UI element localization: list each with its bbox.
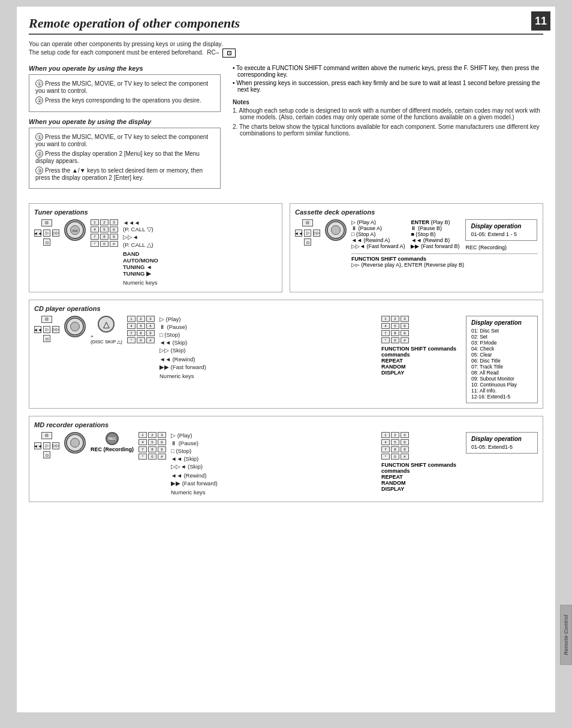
when-display-step3: ③Press the ▲/▼ keys to select desired it… — [35, 167, 214, 181]
cd-key-play: ▷ — [43, 326, 50, 333]
tuner-key-play: ▷ — [43, 229, 50, 237]
md-key-sub: ⊡ — [43, 451, 50, 458]
md-func-commands-label: commands — [381, 468, 456, 474]
tuner-title: Tuner operations — [34, 209, 277, 216]
md-pause: ⏸ (Pause) — [171, 440, 372, 446]
cassette-pause-b: ⏸ (Pause B) — [411, 225, 459, 231]
md-display-box: Display operation 01-05: Extend1-5 — [466, 432, 538, 454]
md-rewind: ◄◄ (Rewind) — [171, 472, 372, 479]
cassette-display-box: Display operation 01-05: Extend 1 - 5 — [465, 219, 537, 241]
tuner-pcall-up: (P. CALL △) — [123, 241, 277, 248]
cd-display: DISPLAY — [381, 370, 456, 376]
cassette-dial — [325, 219, 347, 241]
tuner-dial: dial — [64, 219, 86, 241]
tuner-next-btn: ▷▷◄ — [123, 234, 277, 240]
main-instructions: When you operate by using the keys ①Pres… — [29, 65, 543, 195]
tuner-key-skip-back: ⊟ — [41, 219, 52, 226]
tuner-section: Tuner operations ⊟ ◄◄ ▷ ▷▷ ⊡ — [29, 203, 282, 292]
cassette-rec: REC (Recording) — [465, 244, 537, 250]
rc-label: RC– — [207, 49, 219, 56]
cassette-b-controls: ENTER (Play B) ⏸ (Pause B) ■ (Stop B) ◄◄… — [411, 219, 459, 250]
cd-key-next: ▷▷ — [52, 326, 59, 333]
cassette-keys-group: ⊟ ◄◄ ▷ ▷▷ ⊡ — [295, 219, 320, 246]
md-stop: □ (Stop) — [171, 448, 372, 454]
page-title: Remote operation of other components — [29, 16, 543, 35]
md-display-cmd: DISPLAY — [381, 486, 456, 492]
cassette-rew-a: ◄◄ (Rewind A) — [351, 237, 405, 243]
cd-key-sub: ⊡ — [43, 335, 50, 342]
md-numeric-secondary: 123 456 789 *0# FUNCTION SHIFT commands … — [381, 432, 456, 492]
svg-text:dial: dial — [73, 229, 78, 232]
note2: 2. The charts below show the typical fun… — [233, 123, 543, 137]
cassette-stop-b: ■ (Stop B) — [411, 231, 459, 237]
cd-func-commands-label: commands — [381, 352, 456, 358]
cassette-rec-display: Display operation 01-05: Extend 1 - 5 RE… — [465, 219, 537, 250]
svg-point-6 — [70, 322, 79, 331]
when-keys-step1: ①Press the MUSIC, MOVIE, or TV key to se… — [35, 80, 214, 94]
tuner-key-sub: ⊡ — [43, 238, 50, 246]
tuner-cassette-row: Tuner operations ⊟ ◄◄ ▷ ▷▷ ⊡ — [29, 203, 543, 292]
cd-keys-group: ⊟ ◄◄ ▷ ▷▷ ⊡ — [34, 316, 59, 342]
cd-key-prev: ◄◄ — [34, 326, 41, 333]
cassette-rew-b: ◄◄ (Rewind B) — [411, 237, 459, 243]
bullet-info: • To execute a FUNCTION SHIFT command wr… — [233, 65, 543, 93]
svg-point-4 — [331, 225, 340, 234]
cassette-key-prev: ◄◄ — [295, 229, 302, 237]
note1: 1. Although each setup code is designed … — [233, 107, 543, 120]
right-info: • To execute a FUNCTION SHIFT command wr… — [233, 65, 543, 195]
when-display-box: ①Press the MUSIC, MOVIE, or TV key to se… — [29, 128, 221, 189]
side-tab: Remote Control — [560, 605, 572, 665]
cassette-a-controls: ▷ (Play A) ⏸ (Pause A) □ (Stop A) ◄◄ (Re… — [351, 219, 405, 250]
cassette-key-play: ▷ — [304, 229, 311, 237]
intro-line1: You can operate other components by pres… — [29, 41, 236, 47]
md-play: ▷ (Play) — [171, 432, 372, 439]
cd-repeat: REPEAT — [381, 358, 456, 364]
cassette-ab-controls: ▷ (Play A) ⏸ (Pause A) □ (Stop A) ◄◄ (Re… — [351, 219, 538, 250]
md-numeric-label: Numeric keys — [171, 489, 372, 496]
cd-display-box: Display operation 01: Disc Set02: Set03:… — [466, 316, 538, 403]
cd-rewind: ◄◄ (Rewind) — [159, 356, 372, 363]
cd-title: CD player operations — [34, 305, 538, 312]
cd-play: ▷ (Play) — [159, 316, 372, 322]
cd-skip-fwd: ▷▷ (Skip) — [159, 347, 372, 354]
intro-section: You can operate other components by pres… — [29, 41, 543, 58]
cassette-section: Cassette deck operations ⊟ ◄◄ ▷ ▷▷ ⊡ — [290, 203, 543, 292]
md-keys-group: ⊟ ◄◄ ▷ ▷▷ ⊡ — [34, 432, 59, 458]
when-display-heading: When you operate by using the display — [29, 118, 221, 125]
tuner-key-prev: ◄◄ — [34, 229, 41, 237]
cassette-key-sub: ⊡ — [304, 238, 311, 246]
md-func-shift-label: FUNCTION SHIFT commands — [381, 462, 456, 468]
tuner-numeric-label: Numeric keys — [123, 279, 277, 286]
tuner-pcall-down: ◄◄◄(P. CALL ▽) — [123, 219, 277, 232]
cd-stop: □ (Stop) — [159, 331, 372, 338]
tuner-band: BANDAUTO/MONOTUNING ◄TUNING ▶ — [123, 250, 277, 277]
md-random: RANDOM — [381, 480, 456, 486]
md-key-top: ⊟ — [41, 432, 52, 439]
md-ff: ▶▶ (Fast forward) — [171, 480, 372, 487]
cassette-enter: ENTER — [411, 219, 429, 225]
cd-numeric-secondary: 123 456 789 *0# FUNCTION SHIFT commands … — [381, 316, 456, 376]
md-section: MD recorder operations ⊟ ◄◄ ▷ ▷▷ ⊡ — [29, 416, 543, 502]
md-rec-group: REC REC (Recording) — [91, 432, 134, 452]
md-numeric-grid: 123 456 789 *0# — [139, 432, 166, 460]
md-title: MD recorder operations — [34, 421, 538, 428]
cd-display-items: 01: Disc Set02: Set03: P.Mode04: Check05… — [471, 328, 532, 400]
md-rec-btn: REC — [106, 432, 119, 445]
cassette-inner: ⊟ ◄◄ ▷ ▷▷ ⊡ — [295, 219, 538, 268]
page-content: 11 Remote Control Remote operation of ot… — [16, 6, 556, 713]
cd-arrow-group: △ +(DISC SKIP △) — [91, 316, 122, 345]
cd-key-top: ⊟ — [41, 316, 52, 323]
cassette-key-next: ▷▷ — [313, 229, 320, 237]
cassette-title: Cassette deck operations — [295, 209, 538, 216]
cassette-func-shift-label: FUNCTION SHIFT commands — [351, 256, 426, 262]
cd-disc-skip-label: +(DISC SKIP △) — [91, 334, 122, 345]
cd-func-shift-label: FUNCTION SHIFT commands — [381, 346, 456, 352]
md-skip-fwd: ▷▷◄ (Skip) — [171, 463, 372, 470]
cd-ops-text: ▷ (Play) ⏸ (Pause) □ (Stop) ◄◄ (Skip) ▷▷… — [159, 316, 372, 380]
svg-point-8 — [70, 438, 79, 447]
left-instructions: When you operate by using the keys ①Pres… — [29, 65, 221, 195]
cassette-display-value: 01-05: Extend 1 - 5 — [471, 231, 532, 237]
cd-ff: ▶▶ (Fast forward) — [159, 364, 372, 370]
tuner-key-next: ▷▷ — [52, 229, 59, 237]
notes-title: Notes — [233, 99, 543, 105]
